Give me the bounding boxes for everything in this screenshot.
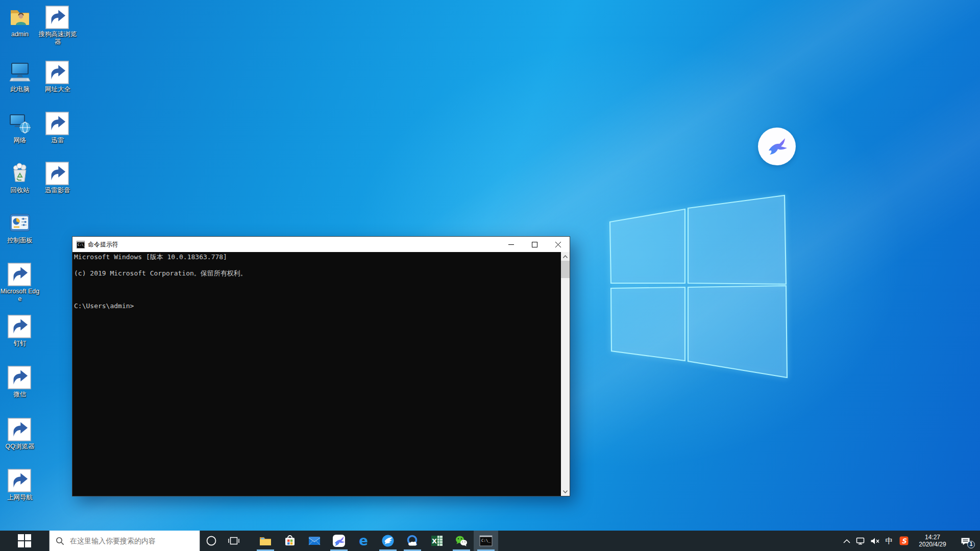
search-input[interactable] [50, 531, 200, 551]
desktop-icon-website-nav[interactable]: e 网址大全 [38, 60, 78, 93]
taskbar-dingtalk[interactable] [376, 531, 400, 551]
minimize-button[interactable] [499, 237, 523, 252]
desktop-icon-label: 网址大全 [38, 86, 78, 93]
svg-text:X: X [432, 537, 437, 545]
desktop-wallpaper: admin S 搜狗高速浏览器 此电脑 e [0, 0, 980, 551]
console-text: Microsoft Windows [版本 10.0.18363.778] (c… [74, 253, 247, 310]
tray-network-button[interactable] [853, 531, 868, 551]
taskbar-thunder[interactable] [327, 531, 351, 551]
console-line: Microsoft Windows [版本 10.0.18363.778] [74, 253, 227, 261]
tray-clock[interactable]: 14:27 2020/4/29 [912, 531, 953, 551]
notification-badge: 1 [967, 541, 975, 548]
desktop-icon-microsoft-edge[interactable]: e Microsoft Edge [0, 262, 40, 303]
scrollbar-down-button[interactable] [561, 487, 570, 496]
maximize-icon [532, 242, 537, 247]
dingtalk-icon [381, 534, 395, 547]
file-explorer-icon [259, 534, 272, 547]
desktop-icon-label: 钉钉 [0, 340, 40, 347]
desktop-icon-label: 搜狗高速浏览器 [38, 31, 78, 46]
shortcut-arrow-icon [45, 6, 69, 29]
desktop-icon-label: 微信 [0, 391, 40, 398]
svg-text:e: e [359, 534, 368, 547]
shortcut-arrow-icon [8, 263, 31, 286]
taskbar-excel[interactable]: X [425, 531, 449, 551]
desktop-icon-label: 上网导航 [0, 494, 40, 502]
taskbar-microsoft-edge[interactable]: e [351, 531, 376, 551]
desktop-icon-label: 网络 [0, 137, 40, 144]
scrollbar-thumb[interactable] [561, 261, 570, 278]
close-icon [555, 242, 561, 247]
clock-date: 2020/4/29 [919, 541, 946, 548]
tray-ime-indicator[interactable]: 中 [882, 531, 896, 551]
console-area[interactable]: Microsoft Windows [版本 10.0.18363.778] (c… [72, 252, 570, 496]
taskbar-search[interactable] [49, 531, 200, 551]
wechat-icon [455, 534, 468, 547]
window-titlebar[interactable]: C:\_ 命令提示符 [72, 237, 570, 252]
desktop-icon-label: 回收站 [0, 187, 40, 194]
desktop-icon-this-pc[interactable]: 此电脑 [0, 60, 40, 93]
desktop-icon-thunder-player[interactable]: 迅雷影音 [38, 161, 78, 194]
command-prompt-icon: C:\_ [479, 535, 493, 547]
desktop-icon-qq-browser[interactable]: QQ浏览器 [0, 417, 40, 450]
desktop-icon-thunder[interactable]: 迅雷 [38, 111, 78, 144]
task-view-icon [228, 536, 239, 546]
maximize-button[interactable] [523, 237, 546, 252]
command-prompt-window: C:\_ 命令提示符 Microsoft Windows [版本 10.0.18… [72, 236, 570, 496]
mail-icon [308, 534, 321, 547]
taskbar-microsoft-store[interactable] [278, 531, 302, 551]
taskbar-apps: e X [253, 531, 498, 551]
taskbar-command-prompt[interactable]: C:\_ [474, 531, 498, 551]
console-scrollbar[interactable] [561, 252, 570, 496]
desktop-icon-web-nav[interactable]: e 上网导航 [0, 468, 40, 502]
desktop-icon-network[interactable]: 网络 [0, 111, 40, 144]
shortcut-arrow-icon [45, 112, 69, 135]
sogou-input-icon: S [899, 536, 909, 545]
shortcut-arrow-icon [8, 418, 31, 441]
shortcut-arrow-icon [8, 469, 31, 492]
edge-icon: e [357, 534, 370, 547]
windows-start-icon [18, 534, 31, 547]
cortana-button[interactable] [200, 531, 223, 551]
desktop-icon-label: 控制面板 [0, 237, 40, 244]
qq-browser-icon [406, 534, 419, 547]
desktop-icon-recycle-bin[interactable]: 回收站 [0, 161, 40, 194]
scrollbar-up-button[interactable] [561, 252, 570, 261]
taskbar-qq-browser[interactable] [400, 531, 425, 551]
chevron-up-icon [563, 255, 568, 258]
console-prompt: C:\Users\admin> [74, 302, 134, 310]
svg-text:C:\_: C:\_ [481, 538, 491, 543]
action-center-button[interactable]: 1 [953, 531, 977, 551]
ime-label: 中 [886, 536, 893, 546]
windows-logo [607, 193, 792, 382]
svg-text:S: S [901, 537, 907, 545]
search-icon [56, 537, 64, 545]
chevron-up-icon [843, 538, 851, 544]
start-button[interactable] [0, 531, 49, 551]
console-line: (c) 2019 Microsoft Corporation。保留所有权利。 [74, 269, 247, 277]
clock-time: 14:27 [919, 534, 946, 541]
tray-volume-button[interactable] [868, 531, 882, 551]
thunder-icon [332, 534, 346, 547]
desktop-icon-label: 迅雷影音 [38, 187, 78, 194]
taskbar-mail[interactable] [302, 531, 327, 551]
taskbar-file-explorer[interactable] [253, 531, 278, 551]
task-view-button[interactable] [223, 531, 245, 551]
desktop-icon-label: QQ浏览器 [0, 443, 40, 450]
close-button[interactable] [546, 237, 570, 252]
thunder-floating-widget[interactable] [758, 128, 796, 165]
desktop-icon-wechat[interactable]: 微信 [0, 365, 40, 398]
desktop-icon-sogou-browser[interactable]: S 搜狗高速浏览器 [38, 5, 78, 46]
tray-sogou-input-button[interactable]: S [896, 531, 912, 551]
taskbar-wechat[interactable] [449, 531, 474, 551]
recycle-bin-icon [8, 161, 32, 185]
system-tray: 中 S 14:27 2020/4/29 1 [840, 531, 980, 551]
desktop-icon-admin[interactable]: admin [0, 5, 40, 38]
this-pc-icon [8, 60, 32, 84]
desktop-icon-dingtalk[interactable]: 钉钉 [0, 314, 40, 347]
control-panel-icon [8, 211, 32, 235]
shortcut-arrow-icon [45, 61, 69, 84]
window-title: 命令提示符 [88, 240, 118, 249]
desktop-icon-control-panel[interactable]: 控制面板 [0, 211, 40, 244]
tray-hidden-icons-button[interactable] [840, 531, 853, 551]
microsoft-store-icon [283, 534, 297, 547]
